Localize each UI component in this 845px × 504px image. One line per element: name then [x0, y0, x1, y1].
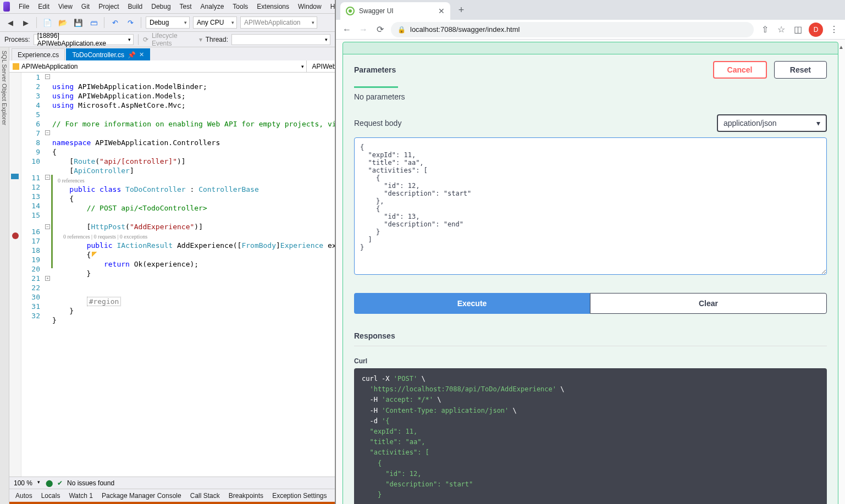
chrome-tab-bar: Swagger UI ✕ + — [336, 0, 845, 20]
fold-icon[interactable]: − — [45, 130, 50, 135]
codelens[interactable]: 0 references — [58, 178, 85, 184]
sidepanel-icon[interactable]: ◫ — [792, 24, 803, 35]
tab-breakpoints[interactable]: Breakpoints — [225, 490, 267, 501]
menu-edit[interactable]: Edit — [35, 2, 53, 12]
menu-project[interactable]: Project — [95, 2, 122, 12]
collapsed-region[interactable]: #region — [87, 297, 121, 306]
menu-git[interactable]: Git — [78, 2, 93, 12]
swagger-content[interactable]: ▲ Parameters Cancel Reset No parameters … — [336, 40, 845, 504]
class-dropdown[interactable]: APIWebApplication.Contro — [307, 60, 335, 72]
thread-label: Thread: — [206, 36, 228, 43]
pin-icon[interactable]: 📌 — [128, 51, 136, 59]
clear-button[interactable]: Clear — [590, 293, 827, 314]
menu-view[interactable]: View — [55, 2, 76, 12]
bookmark-icon[interactable]: ☆ — [776, 24, 787, 35]
share-icon[interactable]: ⇧ — [759, 24, 770, 35]
standard-toolbar: ◀ ▶ 📄 📂 💾 🗃 ↶ ↷ Debug Any CPU APIWebAppl… — [0, 13, 335, 32]
glyph-margin[interactable] — [9, 73, 21, 477]
profile-avatar[interactable]: D — [809, 23, 823, 37]
new-project-button[interactable]: 📄 — [41, 16, 53, 29]
forward-icon: → — [358, 24, 369, 35]
content-type-select[interactable]: application/json — [717, 114, 827, 132]
platform-dropdown[interactable]: Any CPU — [193, 16, 237, 29]
redo-button[interactable]: ↷ — [124, 16, 136, 29]
zoom-dropdown[interactable]: 100 % — [14, 479, 41, 487]
start-dropdown[interactable]: APIWebApplication — [240, 16, 317, 29]
cancel-button[interactable]: Cancel — [713, 61, 767, 79]
execute-button[interactable]: Execute — [354, 293, 590, 314]
reset-button[interactable]: Reset — [774, 61, 827, 79]
new-tab-button[interactable]: + — [454, 2, 469, 18]
menu-tools[interactable]: Tools — [229, 2, 251, 12]
save-button[interactable]: 💾 — [72, 16, 84, 29]
status-strip — [9, 502, 335, 504]
lock-icon[interactable]: 🔒 — [397, 26, 406, 34]
issues-ok-icon: ✔ — [57, 479, 63, 487]
operation-header[interactable] — [343, 42, 838, 54]
browser-tab-swagger[interactable]: Swagger UI ✕ — [340, 2, 450, 20]
back-icon[interactable]: ← — [341, 24, 352, 35]
reload-icon[interactable]: ⟳ — [374, 24, 385, 35]
tab-locals[interactable]: Locals — [37, 490, 64, 501]
address-bar[interactable]: 🔒 localhost:7088/swagger/index.html — [391, 22, 754, 37]
editor-pane: Experience.cs ToDoController.cs 📌 ✕ APIW… — [9, 47, 335, 504]
code-content[interactable]: using APIWebApplication.ModelBinder; usi… — [52, 73, 335, 477]
namespace-icon — [13, 63, 19, 70]
config-dropdown[interactable]: Debug — [146, 16, 190, 29]
request-body-textarea[interactable] — [354, 137, 827, 275]
fold-icon[interactable]: − — [45, 224, 50, 229]
tab-todocontroller[interactable]: ToDoController.cs 📌 ✕ — [66, 48, 150, 60]
tab-autos[interactable]: Autos — [12, 490, 36, 501]
open-button[interactable]: 📂 — [57, 16, 69, 29]
close-tab-icon[interactable]: ✕ — [438, 7, 445, 15]
scroll-up-icon[interactable]: ▲ — [838, 44, 844, 50]
tab-pmc[interactable]: Package Manager Console — [98, 490, 185, 501]
tab-title: Swagger UI — [359, 7, 394, 15]
no-parameters-label: No parameters — [354, 88, 827, 109]
fold-column[interactable]: − − − − + — [45, 73, 52, 477]
editor-status-bar: 100 % ⬤ ✔ No issues found 🖌 — [9, 477, 335, 489]
process-dropdown[interactable]: [18896] APIWebApplication.exe — [34, 34, 134, 45]
execute-row: Execute Clear — [354, 293, 827, 314]
tab-command[interactable]: Command Wind — [332, 490, 335, 501]
debug-toolbar: Process: [18896] APIWebApplication.exe ⟳… — [0, 32, 335, 47]
thread-dropdown[interactable] — [231, 34, 330, 45]
file-tabs: Experience.cs ToDoController.cs 📌 ✕ — [9, 47, 335, 60]
class-name: APIWebApplication.Contro — [312, 63, 335, 70]
codelens[interactable]: 0 references | 0 requests | 0 exceptions — [63, 234, 147, 240]
curl-label: Curl — [354, 357, 827, 365]
fold-icon[interactable]: − — [45, 175, 50, 180]
back-button[interactable]: ◀ — [4, 16, 16, 29]
tab-callstack[interactable]: Call Stack — [186, 490, 224, 501]
health-icon[interactable]: ⬤ — [46, 479, 53, 487]
menu-icon[interactable]: ⋮ — [829, 24, 840, 35]
code-editor[interactable]: 1234567891011121314151617181920212230313… — [9, 73, 335, 477]
visual-studio-window: File Edit View Git Project Build Debug T… — [0, 0, 336, 504]
namespace-name: APIWebApplication — [21, 63, 78, 70]
menu-window[interactable]: Window — [295, 2, 325, 12]
close-icon[interactable]: ✕ — [139, 51, 144, 58]
namespace-dropdown[interactable]: APIWebApplication — [9, 60, 307, 72]
tab-label: ToDoController.cs — [72, 51, 124, 59]
menu-test[interactable]: Test — [176, 2, 195, 12]
parameters-section: Parameters Cancel Reset No parameters Re… — [343, 54, 838, 504]
breakpoint-icon[interactable] — [12, 232, 19, 239]
sql-explorer-tab[interactable]: SQL Server Object Explorer — [0, 47, 9, 504]
save-all-button[interactable]: 🗃 — [87, 16, 100, 29]
curl-output[interactable]: curl -X 'POST' \ 'https://localhost:7088… — [354, 368, 827, 504]
override-icon[interactable] — [11, 174, 19, 179]
menu-extensions[interactable]: Extensions — [253, 2, 292, 12]
undo-button[interactable]: ↶ — [109, 16, 121, 29]
fold-icon[interactable]: − — [45, 74, 50, 79]
menu-file[interactable]: File — [15, 2, 32, 12]
forward-button[interactable]: ▶ — [20, 16, 32, 29]
menu-debug[interactable]: Debug — [148, 2, 174, 12]
tab-exceptions[interactable]: Exception Settings — [268, 490, 330, 501]
tab-experience[interactable]: Experience.cs — [12, 48, 65, 60]
fold-icon[interactable]: + — [45, 276, 50, 281]
issues-label[interactable]: No issues found — [67, 479, 114, 487]
menu-build[interactable]: Build — [125, 2, 146, 12]
tab-watch[interactable]: Watch 1 — [65, 490, 97, 501]
menu-analyze[interactable]: Analyze — [197, 2, 228, 12]
chrome-toolbar: ← → ⟳ 🔒 localhost:7088/swagger/index.htm… — [336, 20, 845, 40]
